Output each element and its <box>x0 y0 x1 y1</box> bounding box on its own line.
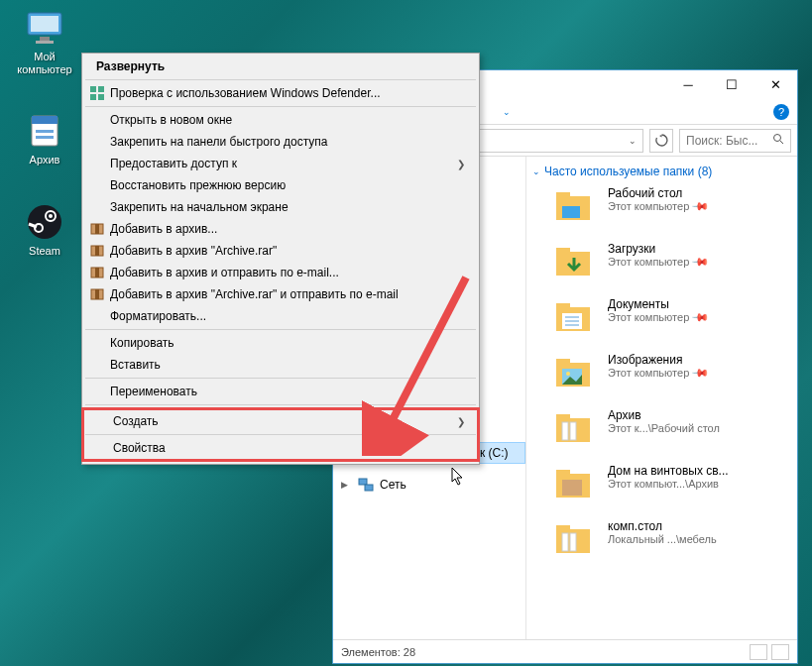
menu-expand[interactable]: Развернуть <box>84 56 477 77</box>
frequent-folder-item[interactable]: АрхивЭтот к...\Рабочий стол <box>532 408 791 450</box>
pin-icon: 📌 <box>691 197 710 216</box>
svg-rect-19 <box>556 192 570 198</box>
svg-line-13 <box>780 141 783 144</box>
svg-rect-41 <box>556 525 570 531</box>
archive-icon <box>25 111 64 151</box>
svg-rect-38 <box>556 470 570 476</box>
pin-icon: 📌 <box>691 308 710 327</box>
frequent-folder-item[interactable]: комп.столЛокальный ...\мебель <box>532 519 791 561</box>
section-header[interactable]: ⌄ Часто используемые папки (8) <box>532 165 791 178</box>
view-details-button[interactable] <box>750 644 767 660</box>
folder-location: Этот компьют...\Архив <box>608 478 729 490</box>
desktop-icon-label: Steam <box>10 245 79 258</box>
menu-rename[interactable]: Переименовать <box>84 381 477 402</box>
svg-rect-51 <box>95 246 99 256</box>
winrar-icon <box>88 285 106 303</box>
svg-rect-1 <box>31 16 58 32</box>
menu-open-new-window[interactable]: Открыть в новом окне <box>84 109 477 131</box>
menu-restore[interactable]: Восстановить прежнюю версию <box>84 174 477 196</box>
menu-format[interactable]: Форматировать... <box>84 305 477 327</box>
frequent-folder-item[interactable]: ЗагрузкиЭтот компьютер📌 <box>532 242 791 283</box>
frequent-folder-item[interactable]: ДокументыЭтот компьютер📌 <box>532 297 791 339</box>
view-icons-button[interactable] <box>771 644 789 660</box>
menu-paste[interactable]: Вставить <box>84 354 477 376</box>
svg-rect-17 <box>365 485 373 491</box>
svg-rect-35 <box>562 422 568 440</box>
menu-copy[interactable]: Копировать <box>84 332 477 354</box>
svg-rect-43 <box>570 533 576 551</box>
svg-rect-3 <box>36 41 54 44</box>
svg-point-8 <box>28 205 61 239</box>
desktop-icon-steam[interactable]: Steam <box>10 202 79 258</box>
svg-rect-24 <box>556 303 570 309</box>
svg-rect-39 <box>562 480 582 496</box>
status-bar: Элементов: 28 <box>333 639 797 663</box>
folder-icon <box>550 186 598 228</box>
menu-add-archive-rar[interactable]: Добавить в архив "Archive.rar" <box>84 240 477 262</box>
folder-icon <box>550 464 598 505</box>
chevron-down-icon[interactable]: ⌄ <box>532 166 540 176</box>
highlight-annotation: Создать❯ Свойства <box>81 407 480 462</box>
svg-rect-55 <box>95 289 99 299</box>
folder-name: Архив <box>608 408 720 422</box>
nav-item-network[interactable]: ▶ Сеть <box>333 474 525 496</box>
desktop-icon-archive[interactable]: Архив <box>10 111 79 166</box>
svg-rect-6 <box>36 130 54 133</box>
svg-point-12 <box>774 135 781 142</box>
winrar-icon <box>88 264 106 281</box>
folder-location: Этот к...\Рабочий стол <box>608 422 720 434</box>
svg-rect-34 <box>556 414 570 420</box>
refresh-button[interactable] <box>649 129 673 153</box>
desktop-icon-label: Мойкомпьютер <box>10 51 79 75</box>
folder-location: Этот компьютер📌 <box>608 256 707 269</box>
close-button[interactable]: ✕ <box>754 70 797 100</box>
minimize-button[interactable]: ─ <box>666 70 710 100</box>
menu-add-rar-email[interactable]: Добавить в архив "Archive.rar" и отправи… <box>84 283 477 305</box>
folder-icon <box>550 353 598 394</box>
maximize-button[interactable]: ☐ <box>710 70 754 100</box>
folder-icon <box>550 242 598 283</box>
address-dropdown-icon[interactable]: ⌄ <box>629 136 637 146</box>
menu-grant-access[interactable]: Предоставить доступ к❯ <box>84 153 477 174</box>
defender-icon <box>88 84 106 102</box>
winrar-icon <box>88 220 106 238</box>
network-icon <box>358 477 374 493</box>
chevron-right-icon: ❯ <box>457 416 469 427</box>
folder-name: комп.стол <box>608 519 717 533</box>
desktop-icon-label: Архив <box>10 154 79 166</box>
svg-rect-46 <box>90 94 96 100</box>
context-menu: Развернуть Проверка с использованием Win… <box>81 53 480 465</box>
content-pane[interactable]: ⌄ Часто используемые папки (8) Рабочий с… <box>526 157 797 639</box>
pin-icon: 📌 <box>691 364 710 383</box>
computer-icon <box>25 8 64 48</box>
pin-icon: 📌 <box>691 253 710 272</box>
help-icon[interactable]: ? <box>773 104 789 120</box>
folder-icon <box>550 519 598 561</box>
frequent-folder-item[interactable]: ИзображенияЭтот компьютер📌 <box>532 353 791 394</box>
search-input[interactable]: Поиск: Быс... <box>679 129 791 153</box>
svg-rect-44 <box>90 86 96 92</box>
chevron-right-icon[interactable]: ▶ <box>341 480 348 490</box>
menu-add-email[interactable]: Добавить в архив и отправить по e-mail..… <box>84 262 477 283</box>
desktop-icon-my-computer[interactable]: Мойкомпьютер <box>10 8 79 75</box>
ribbon-expand-icon[interactable]: ⌄ <box>503 107 511 117</box>
frequent-folder-item[interactable]: Дом на винтовых св...Этот компьют...\Арх… <box>532 464 791 505</box>
svg-rect-30 <box>556 359 570 365</box>
folder-icon <box>550 297 598 339</box>
menu-defender[interactable]: Проверка с использованием Windows Defend… <box>84 82 477 104</box>
svg-rect-42 <box>562 533 568 551</box>
status-text: Элементов: 28 <box>341 646 415 658</box>
folder-location: Локальный ...\мебель <box>608 533 717 545</box>
frequent-folder-item[interactable]: Рабочий столЭтот компьютер📌 <box>532 186 791 228</box>
svg-rect-5 <box>32 116 58 124</box>
svg-rect-22 <box>556 248 570 254</box>
menu-pin-quick-access[interactable]: Закрепить на панели быстрого доступа <box>84 131 477 153</box>
search-icon <box>772 133 784 148</box>
folder-icon <box>550 408 598 450</box>
menu-create[interactable]: Создать❯ <box>84 410 477 432</box>
folder-location: Этот компьютер📌 <box>608 311 707 324</box>
menu-properties[interactable]: Свойства <box>84 437 477 459</box>
winrar-icon <box>88 242 106 260</box>
menu-add-archive[interactable]: Добавить в архив... <box>84 218 477 240</box>
menu-pin-start[interactable]: Закрепить на начальном экране <box>84 196 477 218</box>
